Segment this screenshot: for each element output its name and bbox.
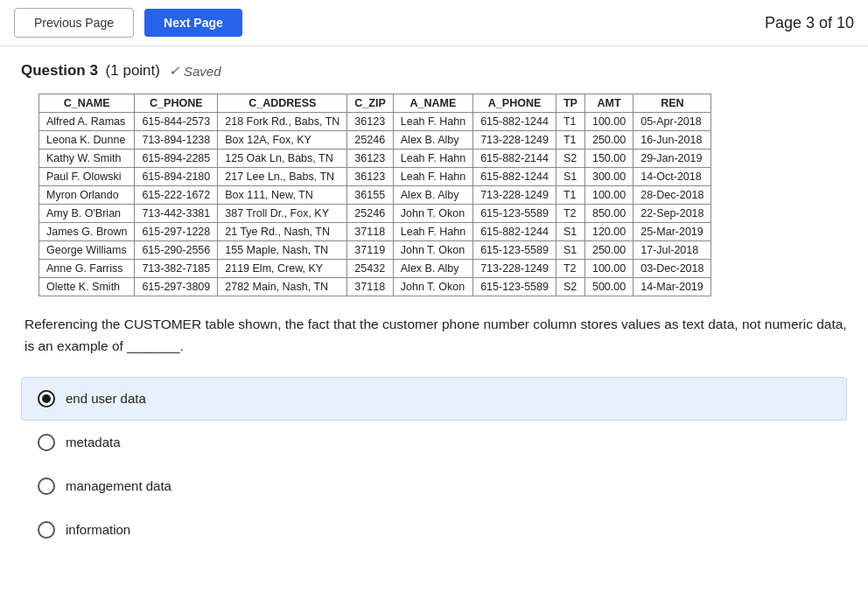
table-cell: S2 bbox=[556, 278, 584, 296]
table-cell: 615-123-5589 bbox=[473, 205, 556, 223]
table-column-header: C_PHONE bbox=[135, 94, 218, 113]
table-cell: 615-882-2144 bbox=[473, 150, 556, 168]
radio-button-opt1[interactable] bbox=[38, 390, 55, 407]
table-row: Alfred A. Ramas615-844-2573218 Fork Rd.,… bbox=[39, 113, 711, 131]
table-cell: 615-297-1228 bbox=[135, 223, 218, 241]
previous-page-button[interactable]: Previous Page bbox=[14, 8, 134, 38]
table-cell: 615-882-1244 bbox=[473, 223, 556, 241]
question-number: Question 3 (1 point) bbox=[21, 62, 160, 80]
table-cell: 250.00 bbox=[584, 241, 633, 260]
table-cell: 615-882-1244 bbox=[473, 113, 556, 131]
table-cell: Alfred A. Ramas bbox=[39, 113, 135, 131]
table-cell: 03-Dec-2018 bbox=[634, 260, 711, 278]
table-row: Myron Orlando615-222-1672Box 111, New, T… bbox=[39, 186, 711, 205]
table-column-header: A_NAME bbox=[393, 94, 472, 113]
table-cell: 100.00 bbox=[584, 113, 633, 131]
table-cell: T1 bbox=[556, 113, 584, 131]
table-cell: Amy B. O'Brian bbox=[39, 205, 135, 223]
answer-option-opt3[interactable]: management data bbox=[21, 464, 847, 508]
table-cell: 120.00 bbox=[584, 223, 633, 241]
table-column-header: AMT bbox=[584, 94, 633, 113]
radio-button-opt4[interactable] bbox=[38, 521, 55, 539]
table-cell: T2 bbox=[556, 205, 584, 223]
table-cell: 615-290-2556 bbox=[135, 241, 218, 260]
table-cell: 100.00 bbox=[584, 186, 633, 205]
table-column-header: C_ADDRESS bbox=[218, 94, 347, 113]
table-cell: Kathy W. Smith bbox=[39, 150, 135, 168]
radio-button-opt3[interactable] bbox=[38, 477, 55, 495]
table-cell: Olette K. Smith bbox=[39, 278, 135, 296]
table-cell: 713-228-1249 bbox=[473, 186, 556, 205]
table-cell: Leah F. Hahn bbox=[393, 113, 472, 131]
table-cell: 713-228-1249 bbox=[473, 131, 556, 150]
table-row: Kathy W. Smith615-894-2285125 Oak Ln, Ba… bbox=[39, 150, 711, 168]
table-cell: 125 Oak Ln, Babs, TN bbox=[218, 150, 347, 168]
table-cell: 615-894-2285 bbox=[135, 150, 218, 168]
table-cell: Leah F. Hahn bbox=[393, 223, 472, 241]
table-cell: 615-297-3809 bbox=[135, 278, 218, 296]
table-cell: S1 bbox=[556, 241, 584, 260]
answer-option-opt4[interactable]: information bbox=[21, 508, 847, 552]
table-cell: Leah F. Hahn bbox=[393, 150, 472, 168]
table-cell: 25246 bbox=[347, 205, 393, 223]
table-cell: 36123 bbox=[347, 113, 393, 131]
table-cell: 500.00 bbox=[584, 278, 633, 296]
table-cell: 387 Troll Dr., Fox, KY bbox=[218, 205, 347, 223]
table-cell: 713-894-1238 bbox=[135, 131, 218, 150]
table-row: George Williams615-290-2556155 Maple, Na… bbox=[39, 241, 711, 260]
table-column-header: A_PHONE bbox=[473, 94, 556, 113]
table-cell: John T. Okon bbox=[393, 205, 472, 223]
table-cell: 100.00 bbox=[584, 260, 633, 278]
table-row: Anne G. Farriss713-382-71852119 Elm, Cre… bbox=[39, 260, 711, 278]
table-cell: Alex B. Alby bbox=[393, 131, 472, 150]
radio-button-opt2[interactable] bbox=[38, 434, 55, 451]
table-row: Amy B. O'Brian713-442-3381387 Troll Dr.,… bbox=[39, 205, 711, 223]
table-cell: Box 12A, Fox, KY bbox=[218, 131, 347, 150]
table-cell: 37118 bbox=[347, 278, 393, 296]
table-column-header: REN bbox=[634, 94, 711, 113]
table-cell: T2 bbox=[556, 260, 584, 278]
answer-options: end user datametadatamanagement datainfo… bbox=[21, 377, 847, 552]
table-cell: Box 111, New, TN bbox=[218, 186, 347, 205]
table-cell: 14-Oct-2018 bbox=[634, 168, 711, 186]
table-cell: T1 bbox=[556, 131, 584, 150]
table-cell: 218 Fork Rd., Babs, TN bbox=[218, 113, 347, 131]
table-cell: 615-123-5589 bbox=[473, 278, 556, 296]
table-cell: 300.00 bbox=[584, 168, 633, 186]
answer-option-opt2[interactable]: metadata bbox=[21, 421, 847, 464]
table-row: Olette K. Smith615-297-38092782 Main, Na… bbox=[39, 278, 711, 296]
answer-option-opt1[interactable]: end user data bbox=[21, 377, 847, 421]
customer-table-wrapper: C_NAMEC_PHONEC_ADDRESSC_ZIPA_NAMEA_PHONE… bbox=[21, 94, 847, 296]
table-cell: Paul F. Olowski bbox=[39, 168, 135, 186]
table-cell: S1 bbox=[556, 223, 584, 241]
page-header: Previous Page Next Page Page 3 of 10 bbox=[0, 0, 868, 46]
option-label-opt3: management data bbox=[66, 478, 172, 493]
table-cell: 17-Jul-2018 bbox=[634, 241, 711, 260]
table-cell: Alex B. Alby bbox=[393, 186, 472, 205]
table-cell: 25432 bbox=[347, 260, 393, 278]
table-cell: 14-Mar-2019 bbox=[634, 278, 711, 296]
checkmark-icon: ✓ bbox=[169, 63, 180, 79]
table-cell: 05-Apr-2018 bbox=[634, 113, 711, 131]
table-cell: 250.00 bbox=[584, 131, 633, 150]
table-column-header: C_ZIP bbox=[347, 94, 393, 113]
table-cell: 22-Sep-2018 bbox=[634, 205, 711, 223]
table-cell: John T. Okon bbox=[393, 278, 472, 296]
main-content: Question 3 (1 point) ✓ Saved C_NAMEC_PHO… bbox=[0, 46, 868, 568]
table-cell: Leah F. Hahn bbox=[393, 168, 472, 186]
next-page-button[interactable]: Next Page bbox=[144, 9, 242, 37]
question-header: Question 3 (1 point) ✓ Saved bbox=[21, 62, 847, 80]
table-cell: 36123 bbox=[347, 168, 393, 186]
page-info: Page 3 of 10 bbox=[765, 14, 854, 32]
table-cell: 36123 bbox=[347, 150, 393, 168]
table-cell: T1 bbox=[556, 186, 584, 205]
option-label-opt4: information bbox=[66, 522, 130, 537]
table-cell: 850.00 bbox=[584, 205, 633, 223]
table-cell: 29-Jan-2019 bbox=[634, 150, 711, 168]
saved-indicator: ✓ Saved bbox=[169, 63, 221, 79]
table-row: Leona K. Dunne713-894-1238Box 12A, Fox, … bbox=[39, 131, 711, 150]
table-cell: George Williams bbox=[39, 241, 135, 260]
option-label-opt1: end user data bbox=[66, 391, 146, 406]
table-cell: Alex B. Alby bbox=[393, 260, 472, 278]
table-cell: 615-222-1672 bbox=[135, 186, 218, 205]
